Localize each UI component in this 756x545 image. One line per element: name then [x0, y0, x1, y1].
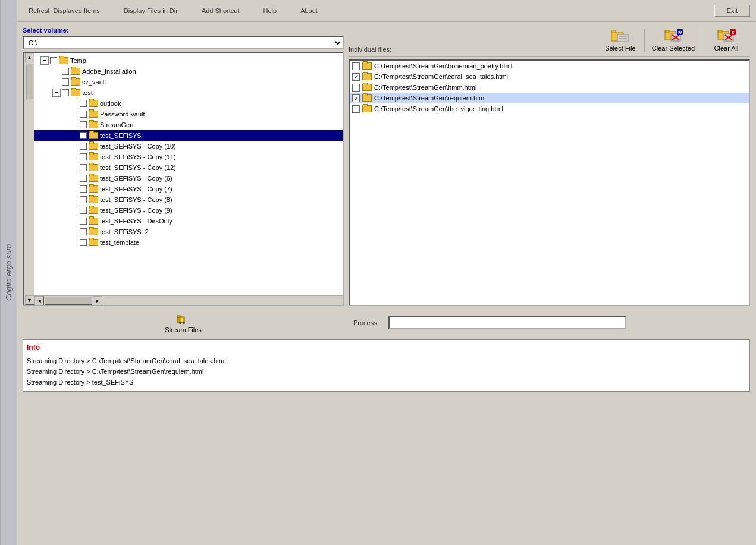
scroll-down-arrow[interactable]: ▼: [25, 295, 34, 305]
file-checkbox-f4[interactable]: [352, 94, 360, 102]
node-checkbox-test_sefisys_copy10[interactable]: [80, 143, 87, 150]
clear-all-button[interactable]: X Clear All: [702, 27, 750, 54]
clear-selected-button[interactable]: M Clear Selected: [645, 27, 702, 54]
volume-select[interactable]: C:\: [23, 36, 344, 49]
stream-files-button[interactable]: Stream Files: [158, 310, 209, 336]
stream-area: Stream Files Process:: [23, 310, 750, 336]
node-label-temp: Temp: [70, 56, 86, 65]
node-label-test_sefisys_copy12: test_SEFiSYS - Copy (12): [100, 163, 176, 172]
node-checkbox-outlook[interactable]: [80, 100, 87, 107]
file-item-f2[interactable]: C:\Temp\test\StreamGen\coral_sea_tales.h…: [350, 71, 749, 82]
tree-node-test_sefisys_copy9[interactable]: test_SEFiSYS - Copy (9): [34, 205, 343, 216]
file-checkbox-f5[interactable]: [352, 105, 360, 113]
tree-node-streamgen[interactable]: StreamGen: [34, 119, 343, 130]
svg-point-22: [183, 322, 185, 324]
info-panel: Info Streaming Directory > C:\Temp\test\…: [23, 339, 750, 392]
node-checkbox-test_sefisys_copy6[interactable]: [80, 175, 87, 182]
node-checkbox-test_sefisys_copy8[interactable]: [80, 196, 87, 203]
folder-icon-test_sefisys: [89, 132, 98, 139]
side-banner: Cogito ergo sum: [0, 0, 17, 545]
file-folder-icon-f4: [362, 94, 372, 102]
h-scrollbar: ◄ ►: [34, 295, 343, 305]
node-checkbox-test_sefisys_copy7[interactable]: [80, 185, 87, 193]
file-item-f1[interactable]: C:\Temp\test\StreamGen\bohemian_poetry.h…: [350, 61, 749, 71]
hscroll-thumb[interactable]: [45, 297, 92, 305]
folder-icon-test_sefisys_copy12: [89, 164, 98, 171]
tree-node-test_sefisys[interactable]: test_SEFiSYS: [34, 130, 343, 141]
expand-btn-test[interactable]: −: [52, 89, 61, 97]
process-label: Process:: [353, 319, 379, 326]
tree-node-test_sefisys_2[interactable]: test_SEFiSYS_2: [34, 226, 343, 237]
file-path-f2: C:\Temp\test\StreamGen\coral_sea_tales.h…: [374, 73, 508, 80]
file-item-f5[interactable]: C:\Temp\test\StreamGen\the_vigor_ting.ht…: [350, 103, 749, 114]
tree-node-test_sefisys_copy12[interactable]: test_SEFiSYS - Copy (12): [34, 162, 343, 173]
folder-icon-temp: [59, 57, 68, 64]
individual-files-label: Individual files:: [349, 46, 391, 54]
node-checkbox-test_sefisys_copy11[interactable]: [80, 153, 87, 160]
node-checkbox-cz_vault[interactable]: [62, 78, 69, 86]
file-folder-icon-f5: [362, 105, 372, 112]
folder-icon-test: [71, 89, 80, 96]
scroll-up-arrow[interactable]: ▲: [25, 53, 34, 62]
menu-add-shortcut[interactable]: Add Shortcut: [190, 5, 252, 17]
tree-node-test_sefisys_copy7[interactable]: test_SEFiSYS - Copy (7): [34, 184, 343, 194]
node-checkbox-password_vault[interactable]: [80, 111, 87, 118]
node-checkbox-test[interactable]: [62, 89, 69, 96]
file-item-f3[interactable]: C:\Temp\test\StreamGen\hmm.html: [350, 82, 749, 93]
tree-node-test_sefisys_copy6[interactable]: test_SEFiSYS - Copy (6): [34, 173, 343, 184]
node-checkbox-temp[interactable]: [50, 57, 57, 64]
node-label-test_sefisys_copy11: test_SEFiSYS - Copy (11): [100, 152, 176, 162]
folder-icon-test_sefisys_copy6: [89, 175, 98, 182]
node-label-test_sefisys_copy6: test_SEFiSYS - Copy (6): [100, 174, 172, 183]
tree-node-cz_vault[interactable]: cz_vault: [34, 77, 343, 87]
file-item-f4[interactable]: C:\Temp\test\StreamGen\requiem.html: [350, 93, 749, 103]
tree-node-temp[interactable]: −Temp: [34, 55, 343, 66]
menu-display-files[interactable]: Display Files in Dir: [112, 5, 190, 17]
hscroll-left-arrow[interactable]: ◄: [34, 296, 44, 305]
info-title: Info: [27, 344, 746, 352]
menu-refresh[interactable]: Refresh Displayed Items: [17, 5, 112, 17]
exit-button[interactable]: Exit: [714, 5, 750, 17]
tree-node-test_sefisys_dirsonly[interactable]: test_SEFiSYS - DirsOnly: [34, 216, 343, 226]
volume-label: Select volume:: [23, 27, 344, 34]
files-list[interactable]: C:\Temp\test\StreamGen\bohemian_poetry.h…: [349, 59, 750, 306]
file-path-f5: C:\Temp\test\StreamGen\the_vigor_ting.ht…: [374, 105, 503, 112]
node-checkbox-adobe[interactable]: [62, 68, 69, 75]
node-label-test_sefisys_copy9: test_SEFiSYS - Copy (9): [100, 206, 172, 215]
node-checkbox-test_template[interactable]: [80, 239, 87, 246]
file-checkbox-f2[interactable]: [352, 73, 360, 81]
tree-node-test[interactable]: −test: [34, 87, 343, 98]
node-label-outlook: outlook: [100, 99, 121, 108]
tree-node-test_sefisys_copy8[interactable]: test_SEFiSYS - Copy (8): [34, 194, 343, 205]
tree-node-test_sefisys_copy11[interactable]: test_SEFiSYS - Copy (11): [34, 152, 343, 162]
tree-node-test_template[interactable]: test_template: [34, 237, 343, 248]
scroll-thumb[interactable]: [26, 64, 33, 99]
select-file-icon: [611, 29, 630, 43]
file-folder-icon-f1: [362, 62, 372, 70]
svg-rect-13: [718, 30, 722, 32]
hscroll-right-arrow[interactable]: ►: [93, 296, 102, 305]
tree-node-test_sefisys_copy10[interactable]: test_SEFiSYS - Copy (10): [34, 141, 343, 152]
clear-selected-label: Clear Selected: [652, 45, 695, 52]
tree-node-password_vault[interactable]: Password Vault: [34, 109, 343, 119]
node-checkbox-streamgen[interactable]: [80, 121, 87, 128]
node-label-cz_vault: cz_vault: [82, 77, 106, 87]
tree-container: ▲ ▼ −TempAdobe_Installationcz_vault−test…: [23, 52, 344, 306]
node-label-test_sefisys_copy10: test_SEFiSYS - Copy (10): [100, 141, 176, 151]
file-checkbox-f3[interactable]: [352, 84, 360, 92]
node-checkbox-test_sefisys_dirsonly[interactable]: [80, 218, 87, 225]
expand-btn-temp[interactable]: −: [40, 56, 49, 65]
tree-node-adobe[interactable]: Adobe_Installation: [34, 66, 343, 77]
menu-about[interactable]: About: [288, 5, 330, 17]
menu-help[interactable]: Help: [252, 5, 289, 17]
file-checkbox-f1[interactable]: [352, 62, 360, 70]
node-checkbox-test_sefisys[interactable]: [80, 132, 87, 139]
info-line: Streaming Directory > C:\Temp\test\Strea…: [27, 355, 746, 366]
node-checkbox-test_sefisys_2[interactable]: [80, 228, 87, 235]
folder-icon-password_vault: [89, 111, 98, 118]
tree-node-outlook[interactable]: outlook: [34, 98, 343, 109]
svg-rect-20: [177, 316, 180, 317]
select-file-button[interactable]: Select File: [597, 27, 644, 54]
node-checkbox-test_sefisys_copy9[interactable]: [80, 207, 87, 214]
node-checkbox-test_sefisys_copy12[interactable]: [80, 164, 87, 171]
